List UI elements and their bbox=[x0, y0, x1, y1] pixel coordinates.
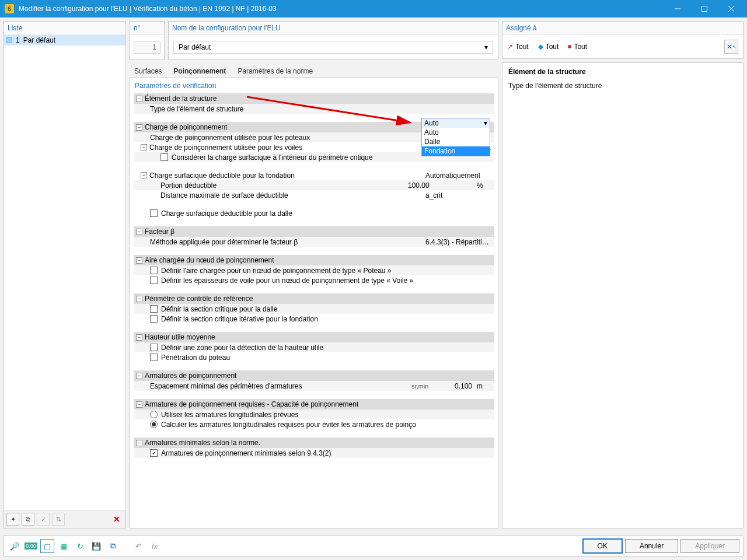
tab-surfaces[interactable]: Surfaces bbox=[133, 65, 163, 78]
liste-action3-button[interactable]: ✓ bbox=[37, 513, 50, 526]
collapse-icon[interactable]: − bbox=[136, 257, 142, 264]
params-title: Paramètres de vérification bbox=[130, 78, 498, 93]
value-espacement[interactable]: 0.100 bbox=[442, 382, 477, 390]
collapse-icon[interactable]: − bbox=[136, 96, 142, 102]
collapse-icon[interactable]: − bbox=[141, 144, 147, 150]
liste-action4-button[interactable]: ⇅ bbox=[52, 513, 65, 526]
collapse-icon[interactable]: − bbox=[136, 124, 142, 131]
toolbar-fx-button[interactable]: fx bbox=[148, 539, 162, 553]
collapse-icon[interactable]: − bbox=[136, 296, 142, 302]
maximize-button[interactable] bbox=[691, 0, 718, 18]
value-portion[interactable]: 100.00 bbox=[408, 181, 477, 190]
toolbar-units-button[interactable]: 0,00 bbox=[24, 539, 38, 553]
toolbar-filter-button[interactable]: ▦ bbox=[57, 539, 71, 553]
combo-option-auto[interactable]: Auto bbox=[422, 128, 490, 137]
assign-pick-button[interactable]: ✕↖ bbox=[724, 40, 738, 54]
value-surf-fond[interactable]: Automatiquement bbox=[425, 172, 494, 180]
combo-option-dalle[interactable]: Dalle bbox=[422, 137, 490, 146]
group-perimetre[interactable]: −Périmètre de contrôle de référence bbox=[134, 293, 494, 304]
group-aire-chargee[interactable]: −Aire chargée du nœud de poinçonnement bbox=[134, 255, 494, 265]
liste-item-num: 1 bbox=[16, 36, 20, 44]
label-considerer-charge: Considérer la charge surfacique à l'inté… bbox=[172, 153, 372, 162]
group-armatures-min[interactable]: −Armatures minimales selon la norme. bbox=[134, 438, 494, 448]
checkbox-aire-voile[interactable] bbox=[150, 276, 158, 284]
collapse-icon[interactable]: − bbox=[136, 440, 142, 446]
value-distance-max[interactable]: a_crit bbox=[425, 191, 494, 200]
liste-item-color-icon bbox=[6, 37, 12, 43]
apply-button[interactable]: Appliquer bbox=[680, 539, 739, 553]
toolbar-view-button[interactable]: ▢ bbox=[40, 539, 54, 553]
close-button[interactable] bbox=[718, 0, 745, 18]
window-title: Modifier la configuration pour l'ELU | V… bbox=[19, 5, 664, 13]
liste-item-1[interactable]: 1 Par défaut bbox=[4, 35, 125, 46]
assign-all-1[interactable]: ↗Tout bbox=[507, 43, 529, 51]
marker-icon: ↗ bbox=[507, 43, 513, 51]
label-methode-b: Méthode appliquée pour déterminer le fac… bbox=[150, 238, 425, 246]
checkbox-zone-hauteur[interactable] bbox=[150, 344, 158, 351]
nom-panel: Nom de la configuration pour l'ELU Par d… bbox=[168, 21, 498, 60]
chevron-down-icon: ▾ bbox=[484, 119, 487, 127]
nom-select[interactable]: Par défaut ▾ bbox=[173, 41, 493, 54]
type-element-combo[interactable]: Auto▾ Auto Dalle Fondation bbox=[421, 118, 490, 156]
radio-utiliser-prevues[interactable] bbox=[150, 411, 158, 418]
collapse-icon[interactable]: − bbox=[136, 334, 142, 341]
tabs-row: Surfaces Poinçonnement Paramètres de la … bbox=[130, 60, 498, 78]
chevron-down-icon: ▾ bbox=[484, 43, 488, 51]
assign-all-2[interactable]: ◆Tout bbox=[538, 43, 559, 51]
liste-new-button[interactable]: ✦ bbox=[6, 513, 19, 526]
unit-portion: % bbox=[477, 181, 494, 190]
value-methode-b[interactable]: 6.4.3(3) - Répartition... bbox=[425, 238, 494, 246]
checkbox-arm-min[interactable]: ✓ bbox=[150, 449, 158, 457]
num-panel: n° bbox=[130, 21, 165, 60]
radio-calculer-requises[interactable] bbox=[150, 421, 158, 428]
label-charge-voiles: Charge de poinçonnement utilisée pour le… bbox=[149, 144, 425, 152]
group-hauteur[interactable]: −Hauteur utile moyenne bbox=[134, 332, 494, 342]
assign-all-3[interactable]: Tout bbox=[568, 43, 587, 51]
collapse-icon[interactable]: − bbox=[141, 172, 147, 178]
toolbar-help-button[interactable]: 🔎 bbox=[8, 539, 22, 553]
collapse-icon[interactable]: − bbox=[136, 229, 142, 235]
label-aire-poteau: Définir l'aire chargée pour un nœud de p… bbox=[161, 267, 392, 275]
ok-button[interactable]: OK bbox=[582, 538, 623, 554]
label-calculer-requises: Calculer les armatures longitudinales re… bbox=[161, 421, 416, 429]
label-surf-dalle: Charge surfacique déductible pour la dal… bbox=[161, 209, 292, 218]
label-portion: Portion déductible bbox=[160, 181, 408, 190]
checkbox-section-dalle[interactable] bbox=[150, 305, 158, 313]
assign-panel: Assigné à ↗Tout ◆Tout Tout ✕↖ bbox=[502, 21, 743, 59]
collapse-icon[interactable]: − bbox=[136, 401, 142, 408]
unit-espacement: m bbox=[477, 382, 494, 390]
toolbar-save-button[interactable]: 💾 bbox=[89, 539, 103, 553]
toolbar-undo-button[interactable]: ↶ bbox=[131, 539, 145, 553]
collapse-icon[interactable]: − bbox=[136, 373, 142, 379]
toolbar-copy-button[interactable]: ⧉ bbox=[106, 539, 120, 553]
liste-item-label: Par défaut bbox=[23, 36, 55, 44]
svg-rect-1 bbox=[702, 6, 707, 12]
tab-poinconnement[interactable]: Poinçonnement bbox=[172, 65, 227, 78]
nom-select-value: Par défaut bbox=[179, 43, 211, 51]
group-armatures[interactable]: −Armatures de poinçonnement bbox=[134, 370, 494, 381]
checkbox-section-fondation[interactable] bbox=[150, 315, 158, 323]
checkbox-penetration[interactable] bbox=[150, 354, 158, 361]
liste-delete-button[interactable]: ✕ bbox=[110, 513, 123, 526]
titlebar: 6 Modifier la configuration pour l'ELU |… bbox=[0, 0, 747, 18]
symbol-espacement: sr,min bbox=[411, 383, 442, 390]
label-espacement: Espacement minimal des périmètres d'arma… bbox=[150, 382, 411, 390]
group-facteur-b[interactable]: −Facteur β bbox=[134, 226, 494, 237]
group-armatures-requises[interactable]: −Armatures de poinçonnement requises - C… bbox=[134, 399, 494, 410]
checkbox-considerer-charge[interactable] bbox=[160, 153, 168, 161]
combo-option-fondation[interactable]: Fondation bbox=[422, 146, 490, 156]
group-element-structure[interactable]: −Élément de la structure bbox=[134, 93, 494, 104]
liste-body[interactable]: 1 Par défaut bbox=[4, 35, 125, 510]
minimize-button[interactable] bbox=[664, 0, 691, 18]
liste-copy-button[interactable]: ⧉ bbox=[22, 513, 34, 526]
tab-parametres-norme[interactable]: Paramètres de la norme bbox=[236, 65, 314, 78]
label-zone-hauteur: Définir une zone pour la détection de la… bbox=[161, 344, 323, 352]
checkbox-aire-poteau[interactable] bbox=[150, 267, 158, 274]
marker-icon: ◆ bbox=[538, 43, 543, 51]
checkbox-surf-dalle[interactable] bbox=[150, 209, 158, 217]
label-section-fondation: Définir la section critique itérative po… bbox=[161, 315, 318, 323]
info-heading: Élément de la structure bbox=[508, 68, 737, 76]
cancel-button[interactable]: Annuler bbox=[625, 539, 678, 553]
label-section-dalle: Définir la section critique pour la dall… bbox=[161, 305, 277, 313]
toolbar-refresh-button[interactable]: ↻ bbox=[73, 539, 87, 553]
